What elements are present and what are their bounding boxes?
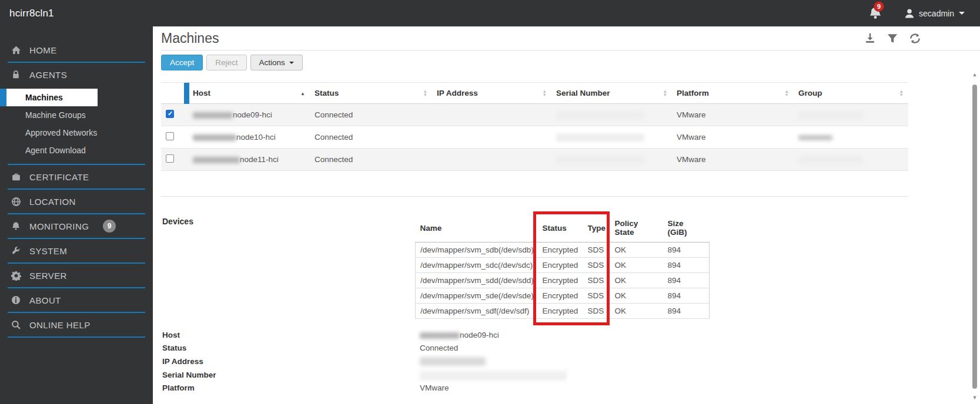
table-row[interactable]: node11-hci Connected VMware xyxy=(161,149,908,171)
username-label: secadmin xyxy=(919,9,954,18)
detail-row-status: Status Connected xyxy=(161,342,980,355)
device-size: 894 xyxy=(663,273,710,288)
sidebar-item-agents[interactable]: AGENTS xyxy=(0,63,153,86)
column-header-group[interactable]: Group▲▼ xyxy=(794,83,908,104)
sidebar-item-system[interactable]: SYSTEM xyxy=(0,239,153,262)
device-status: Encrypted xyxy=(538,273,583,288)
ip-cell xyxy=(432,149,551,171)
sidebar-item-label: AGENTS xyxy=(29,70,67,80)
column-header-host[interactable]: Host▲ xyxy=(188,83,310,104)
detail-row-host: Host node09-hci xyxy=(161,328,980,342)
detail-label: Host xyxy=(161,331,415,339)
host-value: node09-hci xyxy=(460,331,499,339)
status-value: Connected xyxy=(415,344,980,352)
redacted-host-prefix xyxy=(193,157,240,163)
vertical-scrollbar[interactable]: ▲ ▼ xyxy=(972,72,978,400)
info-icon xyxy=(11,295,21,305)
sort-both-icon: ▲▼ xyxy=(663,90,667,97)
platform-cell: VMware xyxy=(672,149,794,171)
status-cell: Connected xyxy=(310,149,432,171)
sidebar-item-machine-groups[interactable]: Machine Groups xyxy=(0,106,153,124)
monitoring-count-badge: 9 xyxy=(103,220,116,233)
sidebar-item-agent-download[interactable]: Agent Download xyxy=(0,142,153,159)
actions-dropdown-button[interactable]: Actions xyxy=(250,55,303,70)
device-policy-state: OK xyxy=(610,273,663,288)
platform-value: VMware xyxy=(415,383,980,392)
scroll-down-icon[interactable]: ▼ xyxy=(972,395,978,400)
redacted-ip xyxy=(420,357,486,366)
device-size: 894 xyxy=(663,288,710,304)
scrollbar-thumb[interactable] xyxy=(972,85,977,389)
device-policy-state: OK xyxy=(610,258,663,273)
column-label: Serial Number xyxy=(556,89,610,97)
globe-icon xyxy=(11,196,21,207)
column-header-status[interactable]: Status▲▼ xyxy=(310,83,432,104)
detail-label: Platform xyxy=(161,383,415,392)
sidebar-item-label: Agent Download xyxy=(25,146,86,155)
accept-button[interactable]: Accept xyxy=(161,55,203,70)
sidebar-item-label: SYSTEM xyxy=(29,246,67,256)
table-row[interactable]: node10-hci Connected VMware xyxy=(161,126,908,149)
sort-both-icon: ▲▼ xyxy=(785,90,789,97)
sidebar-item-certificate[interactable]: CERTIFICATE xyxy=(0,165,153,188)
action-toolbar: Accept Reject Actions xyxy=(161,55,980,70)
detail-label: Serial Number xyxy=(161,371,415,379)
sort-both-icon: ▲▼ xyxy=(899,90,904,97)
notifications-button[interactable]: 9 xyxy=(868,6,884,21)
sidebar-item-about[interactable]: ABOUT xyxy=(0,288,153,312)
device-row: /dev/mapper/svm_sdd(/dev/sdd) Encrypted … xyxy=(416,273,710,288)
column-header-ip-address[interactable]: IP Address▲▼ xyxy=(432,83,551,104)
redacted-group xyxy=(798,156,863,164)
sidebar-item-label: Machine Groups xyxy=(25,110,86,120)
detail-row-serial-number: Serial Number xyxy=(161,368,980,382)
column-header-platform[interactable]: Platform▲▼ xyxy=(672,83,794,104)
device-name: /dev/mapper/svm_sdd(/dev/sdd) xyxy=(416,273,538,288)
sidebar-item-location[interactable]: LOCATION xyxy=(0,190,153,213)
devices-label: Devices xyxy=(161,217,415,319)
status-cell: Connected xyxy=(310,104,432,126)
sidebar-item-online-help[interactable]: ONLINE HELP xyxy=(0,313,153,336)
detail-row-platform: Platform VMware xyxy=(161,381,980,395)
search-icon xyxy=(11,319,21,330)
device-type: SDS xyxy=(583,243,610,258)
filter-icon[interactable] xyxy=(886,32,899,45)
machine-details: Host node09-hci Status Connected IP Addr… xyxy=(161,328,980,395)
device-name: /dev/mapper/svm_sdc(/dev/sdc) xyxy=(416,258,538,273)
redacted-serial xyxy=(420,371,567,379)
row-checkbox[interactable] xyxy=(166,110,174,118)
refresh-icon[interactable] xyxy=(908,32,921,45)
detail-value: node09-hci xyxy=(415,331,980,339)
device-size: 894 xyxy=(663,258,710,273)
sidebar-item-machines[interactable]: Machines xyxy=(0,89,98,106)
detail-value xyxy=(415,370,980,379)
column-label: Host xyxy=(193,89,210,97)
download-icon[interactable] xyxy=(864,32,877,45)
main-content: Machines Accept Reject Actions xyxy=(153,26,980,404)
sort-both-icon: ▲▼ xyxy=(543,90,547,97)
bell-icon xyxy=(11,221,21,231)
top-bar: hcirr8cln1 9 secadmin xyxy=(0,0,980,26)
page-header: Machines xyxy=(161,26,980,51)
gear-icon xyxy=(11,270,21,281)
row-checkbox[interactable] xyxy=(166,132,174,140)
table-tools xyxy=(864,32,921,45)
scroll-up-icon[interactable]: ▲ xyxy=(972,72,978,78)
column-header-serial-number[interactable]: Serial Number▲▼ xyxy=(551,83,672,104)
sort-both-icon: ▲▼ xyxy=(423,90,427,97)
sidebar-item-approved-networks[interactable]: Approved Networks xyxy=(0,124,153,142)
reject-button[interactable]: Reject xyxy=(206,55,246,70)
sidebar-item-label: SERVER xyxy=(29,271,67,281)
redacted-serial xyxy=(556,112,644,119)
sort-asc-icon: ▲ xyxy=(300,90,305,96)
sidebar-item-monitoring[interactable]: MONITORING 9 xyxy=(0,214,153,238)
user-menu-button[interactable]: secadmin xyxy=(904,8,965,19)
sidebar-item-server[interactable]: SERVER xyxy=(0,264,153,287)
sidebar-item-label: MONITORING xyxy=(29,221,89,231)
machines-table: Host▲ Status▲▼ IP Address▲▼ Serial Numbe… xyxy=(161,82,908,171)
table-row[interactable]: node09-hci Connected VMware xyxy=(161,104,908,126)
row-checkbox[interactable] xyxy=(166,154,174,163)
sidebar-item-home[interactable]: HOME xyxy=(0,38,153,62)
devices-column-type: Type xyxy=(583,217,610,243)
device-size: 894 xyxy=(663,304,710,319)
column-label: Group xyxy=(798,89,822,97)
